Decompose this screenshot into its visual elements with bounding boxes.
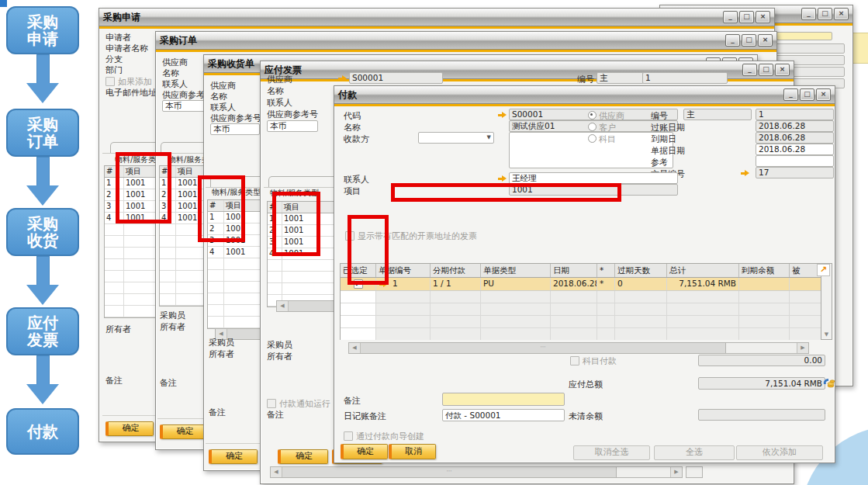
ok-button[interactable]: 确定 xyxy=(160,424,208,439)
doc-no-type-field[interactable]: 主 xyxy=(597,72,644,84)
remarks-field[interactable] xyxy=(442,393,565,406)
journal-remarks-label: 日记账备注 xyxy=(344,411,386,422)
payee-dropdown[interactable]: ▼ xyxy=(418,132,494,144)
buyer-label: 采购员 xyxy=(267,339,292,351)
col-num: # xyxy=(268,202,282,213)
vendor-label: 供应商 xyxy=(210,80,236,92)
maximize-button[interactable]: □ xyxy=(739,11,754,23)
minimize-button[interactable]: _ xyxy=(783,88,798,101)
reference-label: 参考 xyxy=(651,157,668,168)
project-field[interactable]: 1001 xyxy=(509,184,678,196)
reference-field[interactable] xyxy=(756,155,834,167)
table-row[interactable] xyxy=(341,291,821,303)
minimize-button[interactable]: _ xyxy=(723,11,738,23)
doc-no-field[interactable]: 1 xyxy=(642,72,728,84)
close-button[interactable]: × xyxy=(816,88,831,101)
maximize-button[interactable]: □ xyxy=(818,8,832,20)
window-titlebar[interactable]: 付款 _ □ × xyxy=(334,86,835,104)
link-arrow-icon[interactable] xyxy=(498,112,507,119)
minimize-button[interactable]: _ xyxy=(725,34,740,47)
name-label: 名称 xyxy=(210,91,227,102)
minimize-button[interactable]: _ xyxy=(801,8,816,20)
radio-vendor[interactable] xyxy=(588,111,597,120)
link-arrow-icon[interactable] xyxy=(498,175,507,182)
notify-checkbox[interactable] xyxy=(105,77,115,86)
window-titlebar[interactable]: 采购订单 _ □ × xyxy=(156,32,776,50)
total-due-label: 应付总额 xyxy=(569,379,603,390)
close-button[interactable]: × xyxy=(756,11,770,23)
window-title: 采购订单 xyxy=(160,34,197,47)
radio-customer[interactable] xyxy=(588,123,597,131)
due-date-field[interactable]: 2018.06.28 xyxy=(756,132,834,144)
col-num: # xyxy=(105,166,124,177)
link-arrow-icon[interactable] xyxy=(338,75,348,82)
payee-label: 收款方 xyxy=(344,133,369,145)
ok-button[interactable]: 确定 xyxy=(278,449,328,464)
close-button[interactable]: × xyxy=(775,64,790,76)
doc-no-type-field[interactable]: 主 xyxy=(683,109,752,120)
col-num: # xyxy=(208,200,224,211)
doc-no-label: 编号 xyxy=(577,74,594,85)
posting-date-field[interactable]: 2018.06.28 xyxy=(756,120,834,132)
contact-label: 联系人 xyxy=(344,174,369,185)
currency-field[interactable]: 本币 xyxy=(210,123,260,135)
field[interactable] xyxy=(776,32,832,40)
project-label: 项目 xyxy=(344,185,361,197)
table-hscrollbar[interactable]: ◀⋯▶ xyxy=(348,342,809,354)
name-label: 名称 xyxy=(267,85,284,97)
add-in-sequence-button[interactable]: 依次添加 xyxy=(736,445,823,460)
window-titlebar[interactable]: 采购申请 _ □ × xyxy=(99,9,774,26)
cancel-button[interactable]: 取消 xyxy=(389,444,436,459)
chevron-down-icon: ▼ xyxy=(487,133,491,143)
radio-account-label: 科目 xyxy=(599,133,616,145)
ok-button[interactable]: 确定 xyxy=(341,444,388,459)
owner-label: 所有者 xyxy=(209,348,234,360)
radio-customer-label: 客户 xyxy=(599,122,616,133)
link-out-icon[interactable]: ↗ xyxy=(817,264,830,276)
background-panel-sliver xyxy=(852,33,868,64)
payment-notice-checkbox[interactable] xyxy=(267,399,276,408)
wizard-checkbox[interactable] xyxy=(344,431,353,441)
vendor-code-field[interactable]: S00001 xyxy=(349,72,443,84)
link-arrow-icon[interactable] xyxy=(379,281,389,288)
requester-label: 申请者 xyxy=(105,32,131,43)
maximize-button[interactable]: □ xyxy=(759,64,773,76)
window-hscrollbar[interactable]: ◀⋯▶ xyxy=(270,466,683,478)
table-row-selected[interactable]: ✔ 1 1 / 1 PU 2018.06.28 * 0 7,151.04 RMB xyxy=(341,278,821,291)
table-row[interactable] xyxy=(341,328,821,340)
ok-button[interactable]: 确定 xyxy=(209,449,258,464)
deselect-all-button[interactable]: 取消全选 xyxy=(573,445,650,460)
minimize-button[interactable]: _ xyxy=(742,64,757,76)
doc-no-label: 编号 xyxy=(651,110,668,122)
account-payment-checkbox[interactable] xyxy=(570,356,579,365)
doc-no-field[interactable]: 1 xyxy=(756,109,834,120)
close-button[interactable]: × xyxy=(834,8,849,20)
trans-no-field[interactable]: 17 xyxy=(756,167,834,178)
journal-remarks-field[interactable]: 付款 - S00001 xyxy=(442,409,565,421)
window-resize-handle[interactable] xyxy=(686,466,703,478)
maximize-button[interactable]: □ xyxy=(800,88,814,101)
maximize-button[interactable]: □ xyxy=(742,34,756,47)
show-invoices-checkbox[interactable] xyxy=(345,231,354,241)
contact-field[interactable]: 王经理 xyxy=(509,172,678,184)
close-button[interactable]: × xyxy=(758,34,773,47)
link-arrow-icon[interactable] xyxy=(741,170,750,177)
contact-label: 联系人 xyxy=(267,97,292,109)
radio-account[interactable] xyxy=(588,134,597,143)
table-row[interactable] xyxy=(341,303,821,316)
doc-date-label: 单据日期 xyxy=(651,145,685,157)
ok-button[interactable]: 确定 xyxy=(105,421,154,436)
open-documents-table[interactable]: 已选定 单据编号 分期付款 单据类型 日期 * 过期天数 总计 到期余额 被 ✔… xyxy=(340,263,832,340)
table-row[interactable] xyxy=(341,316,821,328)
department-label: 部门 xyxy=(105,64,123,76)
scroll-down-icon[interactable]: ▼ xyxy=(825,331,828,338)
row-selected-checkbox[interactable]: ✔ xyxy=(354,279,363,289)
payment-means-icon[interactable] xyxy=(822,376,835,389)
payment-notice-label: 付款通知运行 xyxy=(279,398,330,410)
field[interactable] xyxy=(767,43,845,54)
doc-date-field[interactable]: 2018.06.28 xyxy=(756,144,834,155)
select-all-button[interactable]: 全选 xyxy=(654,445,735,460)
currency-field[interactable]: 本币 xyxy=(267,120,318,132)
col-item: 项目 xyxy=(282,202,336,213)
owner-label: 所有者 xyxy=(105,324,131,335)
